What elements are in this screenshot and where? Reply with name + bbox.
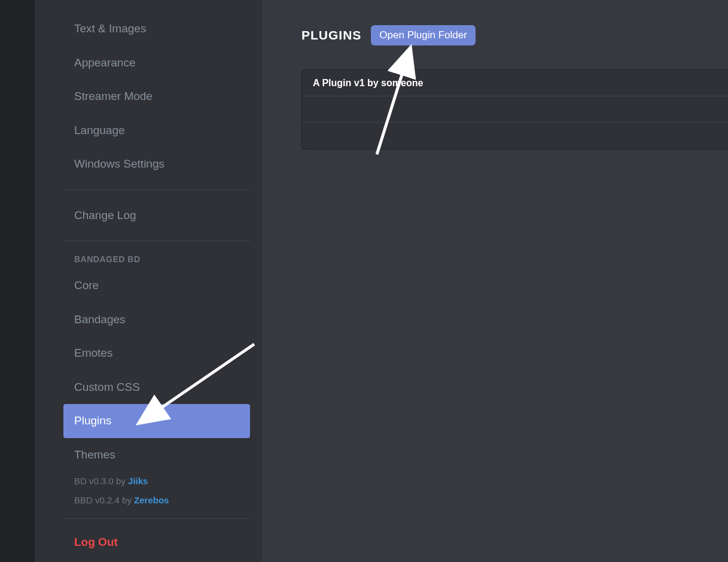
section-header-bandaged: BANDAGED BD bbox=[63, 250, 262, 269]
version-info-bbd: BBD v0.2.4 by Zerebos bbox=[63, 491, 262, 510]
sidebar-item-appearance[interactable]: Appearance bbox=[63, 46, 250, 80]
logout-button[interactable]: Log Out bbox=[63, 527, 262, 557]
divider bbox=[63, 190, 250, 190]
sidebar-item-emotes[interactable]: Emotes bbox=[63, 336, 250, 370]
version-bd-text: BD v0.3.0 by bbox=[74, 476, 128, 486]
plugin-body-row bbox=[302, 96, 728, 123]
sidebar-item-text-images[interactable]: Text & Images bbox=[63, 12, 250, 46]
page-title: PLUGINS bbox=[301, 28, 361, 42]
sidebar-item-change-log[interactable]: Change Log bbox=[63, 199, 250, 233]
version-bbd-text: BBD v0.2.4 by bbox=[74, 495, 134, 505]
sidebar-item-themes[interactable]: Themes bbox=[63, 438, 250, 472]
sidebar-item-plugins[interactable]: Plugins bbox=[63, 404, 250, 438]
sidebar-item-language[interactable]: Language bbox=[63, 114, 250, 148]
divider bbox=[63, 241, 250, 241]
content-area: PLUGINS Open Plugin Folder A Plugin v1 b… bbox=[262, 0, 728, 562]
left-gutter bbox=[0, 0, 35, 562]
plugin-footer-row bbox=[302, 123, 728, 149]
sidebar-item-streamer-mode[interactable]: Streamer Mode bbox=[63, 80, 250, 114]
sidebar-item-bandages[interactable]: Bandages bbox=[63, 303, 250, 337]
plugin-card: A Plugin v1 by someone bbox=[301, 69, 728, 150]
version-info-bd: BD v0.3.0 by Jiiks bbox=[63, 472, 262, 491]
link-jiiks[interactable]: Jiiks bbox=[128, 476, 148, 486]
plugin-name-label: A Plugin v1 by someone bbox=[313, 78, 423, 89]
open-plugin-folder-button[interactable]: Open Plugin Folder bbox=[371, 25, 475, 45]
sidebar-item-custom-css[interactable]: Custom CSS bbox=[63, 370, 250, 405]
link-zerebos[interactable]: Zerebos bbox=[134, 495, 169, 505]
divider bbox=[63, 518, 250, 519]
sidebar-item-windows-settings[interactable]: Windows Settings bbox=[63, 147, 250, 181]
plugin-header-row[interactable]: A Plugin v1 by someone bbox=[302, 70, 728, 96]
settings-sidebar: Text & Images Appearance Streamer Mode L… bbox=[35, 0, 262, 562]
content-header: PLUGINS Open Plugin Folder bbox=[301, 25, 728, 45]
sidebar-item-core[interactable]: Core bbox=[63, 269, 250, 303]
